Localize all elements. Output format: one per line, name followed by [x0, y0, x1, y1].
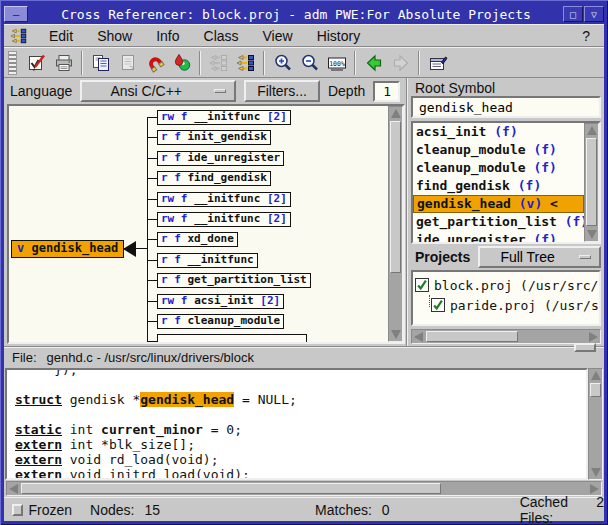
- window-frame: — Cross Referencer: block.proj - adm PWE…: [0, 0, 608, 525]
- edit-button[interactable]: [23, 50, 50, 76]
- projects-tree[interactable]: block.proj (/usr/src/linparide.proj (/us…: [411, 270, 601, 326]
- scroll-up-icon[interactable]: [591, 371, 601, 380]
- node-ref-prefix: r f: [161, 273, 188, 286]
- menu-history[interactable]: History: [308, 26, 370, 46]
- highlighted-symbol: gendisk_head: [140, 392, 234, 407]
- graph-node[interactable]: r f cleanup_module: [157, 314, 284, 329]
- symbol-list-item[interactable]: get_partition_list (f): [413, 213, 584, 231]
- graph-node[interactable]: r f __initfunc: [157, 253, 258, 268]
- source-code-view[interactable]: }); struct gendisk *gendisk_head = NULL;…: [5, 368, 588, 480]
- menu-edit[interactable]: Edit: [40, 26, 82, 46]
- scroll-up-icon[interactable]: [587, 126, 597, 135]
- code-vertical-scrollbar[interactable]: [588, 368, 603, 480]
- projects-mode-dropdown[interactable]: Full Tree: [478, 246, 601, 268]
- zoom-100-button[interactable]: 100%: [323, 50, 350, 76]
- current-symbol-marker: <: [542, 196, 558, 211]
- code-line: struct gendisk *gendisk_head = NULL;: [15, 392, 586, 407]
- node-symbol-name: __initfunc: [194, 212, 260, 225]
- menu-info[interactable]: Info: [147, 26, 188, 46]
- node-symbol-name: __initfunc: [188, 253, 254, 266]
- language-dropdown[interactable]: Ansi C/C++: [80, 80, 236, 102]
- zoom-out-button[interactable]: [296, 50, 323, 76]
- print-button[interactable]: [50, 50, 77, 76]
- nodes-value: 15: [144, 502, 160, 518]
- project-item[interactable]: block.proj (/usr/src/lin: [415, 275, 597, 295]
- copy-button[interactable]: [87, 50, 114, 76]
- scrollbar-thumb[interactable]: [426, 331, 518, 342]
- scroll-down-icon[interactable]: [591, 468, 601, 477]
- toolbar-separator: [81, 51, 83, 75]
- code-line: extern void rd_load(void);: [15, 452, 586, 467]
- scroll-left-icon[interactable]: [9, 484, 18, 494]
- symbol-list-item[interactable]: cleanup_module (f): [413, 141, 584, 159]
- project-checkbox[interactable]: [431, 298, 445, 312]
- menu-show[interactable]: Show: [88, 26, 141, 46]
- forward-button[interactable]: [387, 50, 414, 76]
- root-symbol-list[interactable]: acsi_init (f)cleanup_module (f)cleanup_m…: [413, 123, 584, 242]
- scroll-left-icon[interactable]: [414, 332, 423, 342]
- project-item[interactable]: paride.proj (/usr/src: [415, 295, 597, 315]
- graph-node[interactable]: r f find_gendisk: [157, 171, 271, 186]
- code-token: = NULL;: [234, 392, 297, 407]
- graph-node[interactable]: r f xd_done: [157, 232, 238, 247]
- scroll-right-icon[interactable]: [590, 484, 599, 494]
- scroll-up-icon[interactable]: [391, 109, 401, 118]
- document-button[interactable]: [114, 50, 141, 76]
- back-button[interactable]: [360, 50, 387, 76]
- help-menu[interactable]: ?: [574, 26, 598, 46]
- xref-graph-canvas[interactable]: rw f __initfunc [2]r f init_gendiskr f i…: [9, 106, 388, 342]
- properties-button[interactable]: [424, 50, 451, 76]
- colors-button[interactable]: [168, 50, 195, 76]
- symbol-list-item[interactable]: find_gendisk (f): [413, 177, 584, 195]
- graph-vertical-scrollbar[interactable]: [388, 106, 403, 342]
- graph-node[interactable]: r f get_partition_list: [157, 273, 311, 288]
- scroll-right-icon[interactable]: [589, 332, 598, 342]
- scroll-down-icon[interactable]: [587, 230, 597, 239]
- code-horizontal-scrollbar[interactable]: [6, 481, 602, 496]
- node-symbol-name: acsi_init: [194, 294, 254, 307]
- root-node-box: v gendisk_head: [11, 240, 124, 258]
- scroll-down-icon[interactable]: [391, 330, 401, 339]
- projects-horizontal-scrollbar[interactable]: [411, 329, 601, 344]
- symbol-list-item[interactable]: cleanup_module (f): [413, 159, 584, 177]
- menu-view[interactable]: View: [254, 26, 302, 46]
- graph-connector-line: [147, 199, 157, 200]
- filters-button[interactable]: Filters...: [244, 80, 320, 102]
- project-checkbox[interactable]: [415, 278, 429, 292]
- cached-files-label: Cached Files:: [520, 494, 587, 525]
- depth-input[interactable]: 1: [373, 81, 400, 102]
- symbol-list-item[interactable]: ide_unregister (f): [413, 231, 584, 242]
- graph-node[interactable]: r f init_gendisk: [157, 130, 271, 145]
- symbol-list-item[interactable]: acsi_init (f): [413, 123, 584, 141]
- xref-flat-button[interactable]: [205, 50, 232, 76]
- graph-node[interactable]: rw f acsi_init [2]: [157, 294, 284, 309]
- xref-tree-icon: [236, 53, 256, 73]
- scrollbar-thumb[interactable]: [21, 483, 441, 494]
- title-bar[interactable]: — Cross Referencer: block.proj - adm PWE…: [4, 4, 604, 24]
- window-menu-button[interactable]: —: [4, 6, 28, 22]
- frozen-checkbox[interactable]: [12, 504, 23, 516]
- graph-node[interactable]: rw f __initfunc [2]: [157, 192, 291, 207]
- properties-icon: [428, 53, 448, 73]
- graph-node-partial[interactable]: [157, 334, 307, 342]
- magnet-button[interactable]: [141, 50, 168, 76]
- graph-node[interactable]: rw f __initfunc [2]: [157, 110, 291, 125]
- root-symbol-input[interactable]: gendisk_head: [411, 96, 601, 118]
- maximize-button[interactable]: □: [563, 6, 583, 22]
- graph-node[interactable]: r f ide_unregister: [157, 151, 284, 166]
- node-symbol-name: __initfunc: [194, 192, 260, 205]
- scrollbar-thumb[interactable]: [390, 121, 401, 273]
- toolbar-grip[interactable]: [8, 51, 17, 75]
- symbol-list-scrollbar[interactable]: [584, 123, 599, 242]
- xref-tree-button[interactable]: [232, 50, 259, 76]
- scrollbar-thumb[interactable]: [590, 383, 601, 397]
- node-count-suffix: [2]: [254, 294, 281, 307]
- shade-button[interactable]: ▽: [584, 6, 604, 22]
- scrollbar-thumb[interactable]: [586, 138, 597, 226]
- graph-root-node[interactable]: v gendisk_head: [11, 240, 136, 258]
- zoom-in-button[interactable]: [269, 50, 296, 76]
- graph-node[interactable]: rw f __initfunc [2]: [157, 212, 291, 227]
- symbol-list-item[interactable]: gendisk_head (v) <: [413, 195, 584, 213]
- menu-class[interactable]: Class: [195, 26, 248, 46]
- pane-sash-handle[interactable]: [574, 343, 596, 352]
